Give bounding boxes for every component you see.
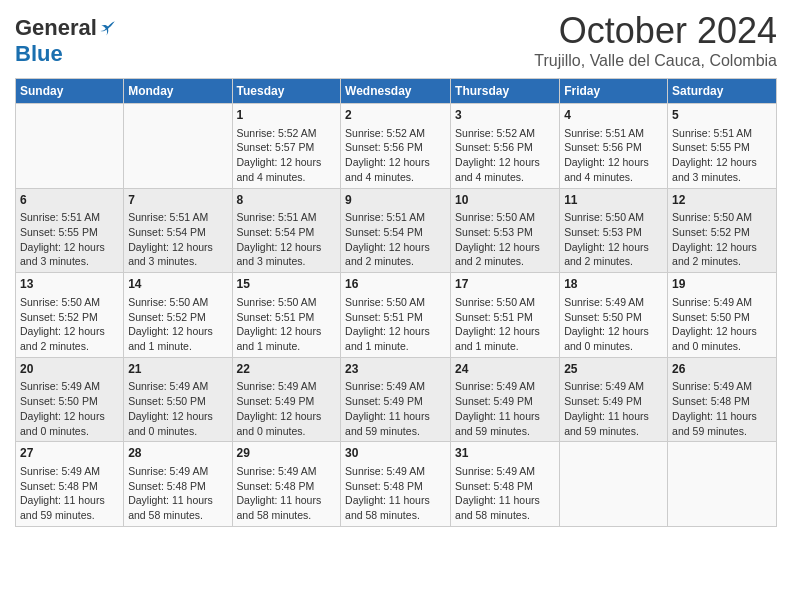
day-number: 24 — [455, 361, 555, 378]
calendar-cell: 4Sunrise: 5:51 AM Sunset: 5:56 PM Daylig… — [560, 104, 668, 189]
day-number: 2 — [345, 107, 446, 124]
calendar-cell: 31Sunrise: 5:49 AM Sunset: 5:48 PM Dayli… — [451, 442, 560, 527]
day-info: Sunrise: 5:49 AM Sunset: 5:49 PM Dayligh… — [345, 379, 446, 438]
day-number: 6 — [20, 192, 119, 209]
calendar-cell: 11Sunrise: 5:50 AM Sunset: 5:53 PM Dayli… — [560, 188, 668, 273]
title-area: October 2024 Trujillo, Valle del Cauca, … — [534, 10, 777, 70]
day-number: 28 — [128, 445, 227, 462]
day-number: 7 — [128, 192, 227, 209]
day-info: Sunrise: 5:51 AM Sunset: 5:55 PM Dayligh… — [672, 126, 772, 185]
day-number: 5 — [672, 107, 772, 124]
calendar-cell: 3Sunrise: 5:52 AM Sunset: 5:56 PM Daylig… — [451, 104, 560, 189]
day-number: 30 — [345, 445, 446, 462]
day-number: 1 — [237, 107, 337, 124]
day-number: 12 — [672, 192, 772, 209]
calendar-cell: 18Sunrise: 5:49 AM Sunset: 5:50 PM Dayli… — [560, 273, 668, 358]
day-info: Sunrise: 5:50 AM Sunset: 5:51 PM Dayligh… — [345, 295, 446, 354]
day-number: 3 — [455, 107, 555, 124]
calendar-header-row: SundayMondayTuesdayWednesdayThursdayFrid… — [16, 79, 777, 104]
day-info: Sunrise: 5:49 AM Sunset: 5:48 PM Dayligh… — [237, 464, 337, 523]
day-info: Sunrise: 5:49 AM Sunset: 5:50 PM Dayligh… — [128, 379, 227, 438]
calendar-cell: 9Sunrise: 5:51 AM Sunset: 5:54 PM Daylig… — [341, 188, 451, 273]
day-info: Sunrise: 5:50 AM Sunset: 5:53 PM Dayligh… — [564, 210, 663, 269]
calendar-cell: 24Sunrise: 5:49 AM Sunset: 5:49 PM Dayli… — [451, 357, 560, 442]
day-number: 8 — [237, 192, 337, 209]
day-number: 31 — [455, 445, 555, 462]
day-info: Sunrise: 5:49 AM Sunset: 5:49 PM Dayligh… — [564, 379, 663, 438]
calendar-cell: 16Sunrise: 5:50 AM Sunset: 5:51 PM Dayli… — [341, 273, 451, 358]
day-info: Sunrise: 5:51 AM Sunset: 5:54 PM Dayligh… — [237, 210, 337, 269]
day-info: Sunrise: 5:49 AM Sunset: 5:48 PM Dayligh… — [20, 464, 119, 523]
day-header-monday: Monday — [124, 79, 232, 104]
day-info: Sunrise: 5:50 AM Sunset: 5:52 PM Dayligh… — [672, 210, 772, 269]
day-info: Sunrise: 5:51 AM Sunset: 5:56 PM Dayligh… — [564, 126, 663, 185]
calendar-cell: 20Sunrise: 5:49 AM Sunset: 5:50 PM Dayli… — [16, 357, 124, 442]
day-number: 18 — [564, 276, 663, 293]
calendar-cell: 15Sunrise: 5:50 AM Sunset: 5:51 PM Dayli… — [232, 273, 341, 358]
day-number: 27 — [20, 445, 119, 462]
logo: General Blue — [15, 15, 117, 67]
calendar-cell: 5Sunrise: 5:51 AM Sunset: 5:55 PM Daylig… — [668, 104, 777, 189]
day-info: Sunrise: 5:51 AM Sunset: 5:54 PM Dayligh… — [128, 210, 227, 269]
logo-bird-icon — [99, 19, 117, 37]
day-info: Sunrise: 5:49 AM Sunset: 5:48 PM Dayligh… — [455, 464, 555, 523]
location-title: Trujillo, Valle del Cauca, Colombia — [534, 52, 777, 70]
day-number: 16 — [345, 276, 446, 293]
day-info: Sunrise: 5:50 AM Sunset: 5:51 PM Dayligh… — [455, 295, 555, 354]
day-header-friday: Friday — [560, 79, 668, 104]
day-number: 20 — [20, 361, 119, 378]
day-number: 14 — [128, 276, 227, 293]
calendar-cell — [124, 104, 232, 189]
calendar-cell: 1Sunrise: 5:52 AM Sunset: 5:57 PM Daylig… — [232, 104, 341, 189]
calendar-cell: 22Sunrise: 5:49 AM Sunset: 5:49 PM Dayli… — [232, 357, 341, 442]
day-number: 17 — [455, 276, 555, 293]
calendar-week-row: 1Sunrise: 5:52 AM Sunset: 5:57 PM Daylig… — [16, 104, 777, 189]
day-number: 26 — [672, 361, 772, 378]
month-title: October 2024 — [534, 10, 777, 52]
calendar-cell: 7Sunrise: 5:51 AM Sunset: 5:54 PM Daylig… — [124, 188, 232, 273]
day-info: Sunrise: 5:49 AM Sunset: 5:50 PM Dayligh… — [672, 295, 772, 354]
day-info: Sunrise: 5:52 AM Sunset: 5:57 PM Dayligh… — [237, 126, 337, 185]
calendar-week-row: 6Sunrise: 5:51 AM Sunset: 5:55 PM Daylig… — [16, 188, 777, 273]
day-header-tuesday: Tuesday — [232, 79, 341, 104]
day-number: 23 — [345, 361, 446, 378]
calendar-week-row: 13Sunrise: 5:50 AM Sunset: 5:52 PM Dayli… — [16, 273, 777, 358]
day-info: Sunrise: 5:52 AM Sunset: 5:56 PM Dayligh… — [345, 126, 446, 185]
logo-general: General — [15, 15, 97, 41]
day-info: Sunrise: 5:49 AM Sunset: 5:48 PM Dayligh… — [672, 379, 772, 438]
calendar-cell: 10Sunrise: 5:50 AM Sunset: 5:53 PM Dayli… — [451, 188, 560, 273]
day-number: 13 — [20, 276, 119, 293]
calendar-cell: 26Sunrise: 5:49 AM Sunset: 5:48 PM Dayli… — [668, 357, 777, 442]
calendar-cell — [668, 442, 777, 527]
calendar-cell: 8Sunrise: 5:51 AM Sunset: 5:54 PM Daylig… — [232, 188, 341, 273]
calendar-table: SundayMondayTuesdayWednesdayThursdayFrid… — [15, 78, 777, 527]
day-number: 25 — [564, 361, 663, 378]
calendar-cell: 2Sunrise: 5:52 AM Sunset: 5:56 PM Daylig… — [341, 104, 451, 189]
day-number: 9 — [345, 192, 446, 209]
day-info: Sunrise: 5:49 AM Sunset: 5:50 PM Dayligh… — [20, 379, 119, 438]
day-header-wednesday: Wednesday — [341, 79, 451, 104]
day-number: 10 — [455, 192, 555, 209]
calendar-week-row: 27Sunrise: 5:49 AM Sunset: 5:48 PM Dayli… — [16, 442, 777, 527]
day-info: Sunrise: 5:51 AM Sunset: 5:54 PM Dayligh… — [345, 210, 446, 269]
calendar-cell: 19Sunrise: 5:49 AM Sunset: 5:50 PM Dayli… — [668, 273, 777, 358]
calendar-cell: 30Sunrise: 5:49 AM Sunset: 5:48 PM Dayli… — [341, 442, 451, 527]
day-info: Sunrise: 5:50 AM Sunset: 5:52 PM Dayligh… — [128, 295, 227, 354]
calendar-cell: 23Sunrise: 5:49 AM Sunset: 5:49 PM Dayli… — [341, 357, 451, 442]
calendar-cell: 6Sunrise: 5:51 AM Sunset: 5:55 PM Daylig… — [16, 188, 124, 273]
calendar-cell — [560, 442, 668, 527]
day-number: 21 — [128, 361, 227, 378]
day-number: 11 — [564, 192, 663, 209]
calendar-cell: 27Sunrise: 5:49 AM Sunset: 5:48 PM Dayli… — [16, 442, 124, 527]
day-number: 15 — [237, 276, 337, 293]
calendar-cell: 14Sunrise: 5:50 AM Sunset: 5:52 PM Dayli… — [124, 273, 232, 358]
calendar-cell: 13Sunrise: 5:50 AM Sunset: 5:52 PM Dayli… — [16, 273, 124, 358]
header: General Blue October 2024 Trujillo, Vall… — [15, 10, 777, 70]
calendar-cell: 29Sunrise: 5:49 AM Sunset: 5:48 PM Dayli… — [232, 442, 341, 527]
calendar-cell — [16, 104, 124, 189]
calendar-week-row: 20Sunrise: 5:49 AM Sunset: 5:50 PM Dayli… — [16, 357, 777, 442]
day-info: Sunrise: 5:49 AM Sunset: 5:49 PM Dayligh… — [237, 379, 337, 438]
day-info: Sunrise: 5:52 AM Sunset: 5:56 PM Dayligh… — [455, 126, 555, 185]
day-info: Sunrise: 5:51 AM Sunset: 5:55 PM Dayligh… — [20, 210, 119, 269]
calendar-cell: 21Sunrise: 5:49 AM Sunset: 5:50 PM Dayli… — [124, 357, 232, 442]
